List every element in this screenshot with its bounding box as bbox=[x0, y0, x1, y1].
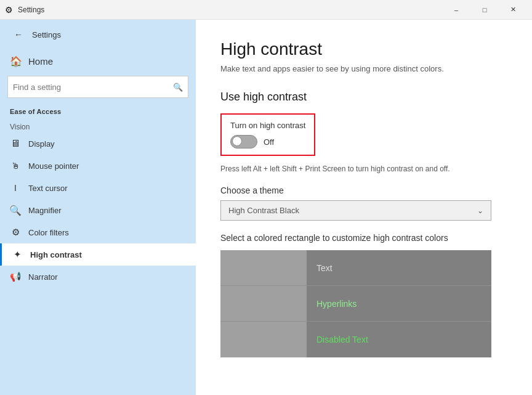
search-box[interactable]: 🔍 bbox=[7, 76, 188, 98]
home-label: Home bbox=[28, 56, 53, 67]
theme-dropdown[interactable]: High Contrast Black ⌄ bbox=[220, 200, 491, 221]
sidebar-item-label-color-filters: Color filters bbox=[28, 228, 69, 237]
vision-group-label: Vision bbox=[0, 118, 196, 132]
high-contrast-icon: ✦ bbox=[12, 249, 23, 260]
sidebar-app-title: Settings bbox=[32, 30, 61, 39]
sidebar: ← Settings 🏠 Home 🔍 Ease of Access Visio… bbox=[0, 20, 196, 395]
magnifier-icon: 🔍 bbox=[10, 205, 21, 216]
use-high-contrast-heading: Use high contrast bbox=[220, 91, 507, 104]
high-contrast-toggle[interactable] bbox=[230, 135, 257, 149]
maximize-button[interactable]: □ bbox=[470, 0, 499, 20]
back-button[interactable]: ← bbox=[10, 26, 27, 43]
chevron-down-icon: ⌄ bbox=[477, 206, 483, 215]
home-icon: 🏠 bbox=[10, 55, 22, 67]
title-bar-controls: – □ ✕ bbox=[442, 0, 527, 20]
sidebar-item-mouse-pointer[interactable]: 🖱 Mouse pointer bbox=[0, 155, 196, 177]
display-icon: 🖥 bbox=[10, 138, 21, 149]
content-area: High contrast Make text and apps easier … bbox=[196, 20, 532, 395]
settings-icon: ⚙ bbox=[5, 5, 13, 15]
sidebar-item-label-text-cursor: Text cursor bbox=[28, 184, 68, 193]
color-row-text: Text bbox=[220, 250, 491, 286]
sidebar-item-display[interactable]: 🖥 Display bbox=[0, 132, 196, 155]
page-subtitle: Make text and apps easier to see by usin… bbox=[220, 64, 507, 73]
title-bar: ⚙ Settings – □ ✕ bbox=[0, 0, 532, 20]
choose-theme-label: Choose a theme bbox=[220, 185, 507, 195]
title-bar-title: Settings bbox=[18, 6, 44, 14]
sidebar-item-label-display: Display bbox=[28, 139, 55, 149]
color-label-disabled: Disabled Text bbox=[307, 322, 378, 357]
theme-dropdown-text: High Contrast Black bbox=[228, 206, 299, 215]
sidebar-header: ← Settings bbox=[0, 20, 196, 49]
sidebar-item-text-cursor[interactable]: I Text cursor bbox=[0, 177, 196, 199]
color-swatch-text[interactable] bbox=[220, 250, 307, 285]
color-label-text: Text bbox=[307, 250, 342, 285]
toggle-label: Turn on high contrast bbox=[230, 121, 305, 130]
narrator-icon: 📢 bbox=[10, 271, 21, 282]
close-button[interactable]: ✕ bbox=[499, 0, 527, 20]
ease-of-access-label: Ease of Access bbox=[0, 103, 196, 118]
sidebar-item-label-high-contrast: High contrast bbox=[30, 250, 82, 259]
color-row-disabled: Disabled Text bbox=[220, 322, 491, 357]
sidebar-item-high-contrast[interactable]: ✦ High contrast bbox=[0, 243, 196, 266]
mouse-pointer-icon: 🖱 bbox=[10, 160, 21, 171]
color-row-hyperlinks: Hyperlinks bbox=[220, 286, 491, 322]
page-title: High contrast bbox=[220, 39, 507, 59]
sidebar-item-color-filters[interactable]: ⚙ Color filters bbox=[0, 221, 196, 243]
color-filters-icon: ⚙ bbox=[10, 227, 21, 238]
sidebar-item-narrator[interactable]: 📢 Narrator bbox=[0, 266, 196, 288]
color-swatch-hyperlinks[interactable] bbox=[220, 286, 307, 321]
shortcut-hint: Press left Alt + left Shift + Print Scre… bbox=[220, 165, 507, 173]
sidebar-item-magnifier[interactable]: 🔍 Magnifier bbox=[0, 199, 196, 221]
sidebar-item-label-magnifier: Magnifier bbox=[28, 206, 61, 215]
search-icon[interactable]: 🔍 bbox=[173, 83, 183, 92]
color-swatch-disabled[interactable] bbox=[220, 322, 307, 357]
color-label-hyperlinks: Hyperlinks bbox=[307, 286, 366, 321]
minimize-button[interactable]: – bbox=[442, 0, 470, 20]
toggle-row: Off bbox=[230, 135, 305, 149]
title-bar-left: ⚙ Settings bbox=[5, 5, 44, 15]
sidebar-home-item[interactable]: 🏠 Home bbox=[0, 49, 196, 73]
color-rect-label: Select a colored rectangle to customize … bbox=[220, 233, 507, 243]
high-contrast-toggle-box: Turn on high contrast Off bbox=[220, 113, 315, 156]
text-cursor-icon: I bbox=[10, 182, 21, 193]
sidebar-item-label-narrator: Narrator bbox=[28, 272, 58, 282]
color-grid: Text Hyperlinks Disabled Text bbox=[220, 250, 491, 357]
search-input[interactable] bbox=[13, 83, 173, 92]
sidebar-item-label-mouse-pointer: Mouse pointer bbox=[28, 161, 79, 171]
toggle-state-label: Off bbox=[264, 137, 274, 147]
main-layout: ← Settings 🏠 Home 🔍 Ease of Access Visio… bbox=[0, 20, 532, 395]
toggle-knob bbox=[232, 136, 242, 146]
